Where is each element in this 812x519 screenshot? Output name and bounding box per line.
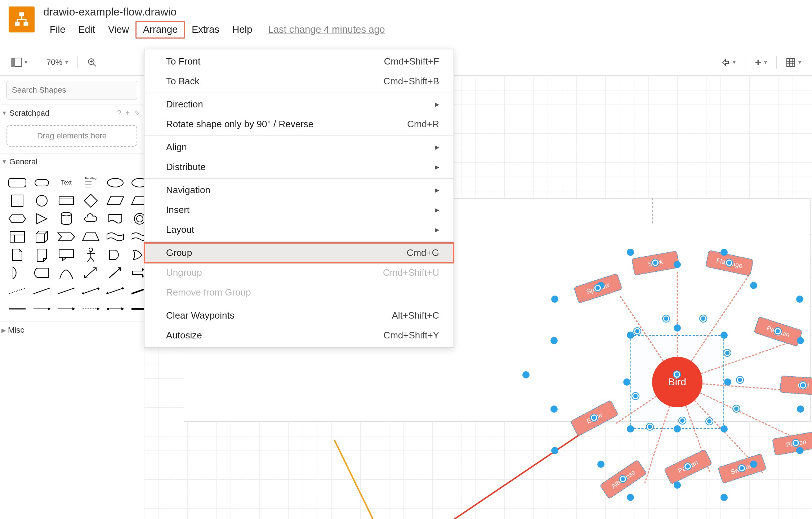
connection-point[interactable] — [706, 418, 713, 425]
connection-point[interactable] — [733, 405, 740, 412]
shape-double-circle[interactable] — [129, 211, 144, 226]
selection-handle[interactable] — [623, 378, 630, 386]
shape-double-line[interactable] — [80, 283, 102, 298]
connection-point[interactable] — [634, 328, 641, 334]
shape-storage[interactable] — [31, 265, 53, 280]
shape-half-circle[interactable] — [6, 265, 28, 280]
menu-view[interactable]: View — [102, 22, 135, 37]
add-icon[interactable]: + — [125, 109, 130, 117]
menu-item-autosize[interactable]: AutosizeCmd+Shift+Y — [144, 325, 454, 345]
connector-plain[interactable] — [6, 301, 28, 316]
connector-arrow[interactable] — [31, 301, 53, 316]
file-title[interactable]: drawio-example-flow.drawio — [43, 4, 812, 21]
shape-parallelogram[interactable] — [104, 193, 126, 208]
last-change-link[interactable]: Last change 4 minutes ago — [262, 22, 391, 37]
selection-handle[interactable] — [674, 425, 681, 432]
connector-dot-arrow[interactable] — [104, 301, 126, 316]
shape-actor[interactable] — [80, 247, 102, 262]
connection-point[interactable] — [674, 371, 680, 378]
shape-dotted-line[interactable] — [6, 283, 28, 298]
connection-point[interactable] — [632, 393, 639, 399]
selection-handle[interactable] — [522, 371, 530, 378]
menu-arrange[interactable]: Arrange — [135, 21, 185, 39]
shape-subprocess[interactable] — [6, 229, 28, 244]
node-owl[interactable]: Owl — [780, 376, 812, 396]
connection-point[interactable] — [647, 423, 653, 430]
menu-item-rotate-shape-only-by-90-reverse[interactable]: Rotate shape only by 90° / ReverseCmd+R — [144, 114, 454, 134]
zoom-dropdown[interactable]: 70% ▾ — [44, 56, 70, 68]
selection-handle[interactable] — [724, 378, 731, 386]
shape-bidir-arrow[interactable] — [80, 265, 102, 280]
menu-item-group[interactable]: GroupCmd+G — [144, 243, 454, 263]
menu-file[interactable]: File — [43, 22, 72, 37]
connector-thick-arrow[interactable] — [129, 301, 144, 316]
shape-and[interactable] — [104, 247, 126, 262]
selection-handle[interactable] — [750, 282, 757, 289]
share-button[interactable]: ▾ — [719, 57, 738, 68]
toggle-panels-button[interactable]: ▾ — [9, 56, 30, 68]
connection-point[interactable] — [800, 382, 806, 389]
connector-arrow-2[interactable] — [55, 301, 77, 316]
selection-handle[interactable] — [627, 332, 634, 339]
shape-hexagon[interactable] — [6, 211, 28, 226]
add-button[interactable]: + ▾ — [753, 55, 769, 70]
help-icon[interactable]: ? — [117, 109, 121, 117]
selection-handle[interactable] — [627, 425, 634, 432]
search-shapes-input[interactable] — [6, 81, 137, 99]
connection-point[interactable] — [594, 285, 601, 291]
menu-item-align[interactable]: Align — [144, 137, 454, 157]
connection-point[interactable] — [775, 328, 781, 334]
shape-or[interactable] — [129, 247, 144, 262]
connection-point[interactable] — [663, 315, 669, 322]
connector-dashed-arrow[interactable] — [80, 301, 102, 316]
shape-line-2[interactable] — [55, 283, 77, 298]
selection-handle[interactable] — [797, 405, 804, 413]
menu-item-layout[interactable]: Layout — [144, 220, 454, 240]
shape-ellipse-2[interactable] — [129, 175, 144, 190]
selection-handle[interactable] — [550, 405, 558, 413]
connection-point[interactable] — [724, 350, 731, 356]
shape-step[interactable] — [55, 229, 77, 244]
shape-wave[interactable] — [129, 229, 144, 244]
selection-handle[interactable] — [674, 324, 681, 332]
selection-handle[interactable] — [674, 261, 681, 268]
shape-document[interactable] — [104, 211, 126, 226]
scratchpad-drop-area[interactable]: Drag elements here — [6, 125, 137, 147]
connection-point[interactable] — [620, 476, 626, 482]
shape-square[interactable] — [6, 193, 28, 208]
shape-double-line-2[interactable] — [104, 283, 126, 298]
menu-item-clear-waypoints[interactable]: Clear WaypointsAlt+Shift+C — [144, 306, 454, 325]
connection-point[interactable] — [737, 377, 743, 383]
connection-point[interactable] — [591, 414, 597, 421]
edit-icon[interactable]: ✎ — [134, 109, 140, 117]
shape-heading[interactable]: Heading━━━━━━━━━━━━━━━━━━ — [80, 175, 102, 190]
shape-rounded-rect[interactable] — [6, 175, 28, 190]
shape-folded[interactable] — [31, 247, 53, 262]
connection-point[interactable] — [726, 260, 732, 266]
connection-point[interactable] — [684, 463, 691, 470]
shape-cloud[interactable] — [80, 211, 102, 226]
shape-trapezoid[interactable] — [80, 229, 102, 244]
shape-parallelogram-2[interactable] — [129, 193, 144, 208]
shape-card[interactable] — [55, 193, 77, 208]
connection-point[interactable] — [679, 417, 686, 424]
shape-callout[interactable] — [55, 247, 77, 262]
selection-handle[interactable] — [750, 461, 757, 468]
connection-point[interactable] — [793, 440, 799, 446]
shape-curve[interactable] — [55, 265, 77, 280]
menu-item-direction[interactable]: Direction — [144, 94, 454, 114]
selection-handle[interactable] — [720, 332, 728, 339]
shape-block-arrow[interactable] — [129, 265, 144, 280]
shape-tape[interactable] — [104, 229, 126, 244]
menu-help[interactable]: Help — [226, 22, 259, 37]
connection-point[interactable] — [739, 465, 745, 471]
misc-panel-header[interactable]: ▶ Misc — [0, 321, 144, 338]
selection-handle[interactable] — [720, 425, 728, 432]
general-panel-header[interactable]: ▼ General — [0, 153, 144, 170]
selection-handle[interactable] — [550, 337, 558, 344]
zoom-in-button[interactable] — [85, 56, 99, 68]
connection-point[interactable] — [700, 315, 706, 322]
shape-cylinder[interactable] — [55, 211, 77, 226]
selection-handle[interactable] — [597, 461, 604, 468]
shape-circle[interactable] — [31, 193, 53, 208]
